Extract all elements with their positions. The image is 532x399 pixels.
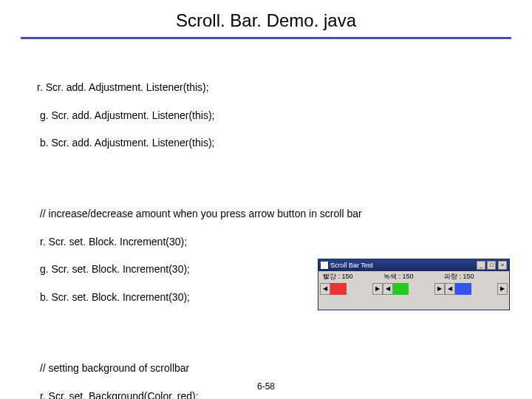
arrow-right-icon[interactable]: ▶ — [497, 283, 508, 295]
slide-title: Scroll. Bar. Demo. java — [0, 0, 532, 37]
code-line: b. Scr. add. Adjustment. Listener(this); — [37, 136, 523, 150]
app-window: Scroll Bar Test _ □ × 빨강 : 150 녹색 : 150 … — [318, 259, 510, 310]
scrollbar-red[interactable]: ◀ ▶ — [320, 283, 383, 295]
code-block: r. Scr. add. Adjustment. Listener(this);… — [0, 47, 532, 399]
java-icon — [321, 262, 328, 269]
label-blue: 파랑 : 150 — [444, 272, 505, 282]
maximize-button[interactable]: □ — [487, 261, 496, 270]
close-button[interactable]: × — [498, 261, 507, 270]
code-line: r. Scr. add. Adjustment. Listener(this); — [37, 81, 523, 95]
scrollbar-blue[interactable]: ◀ ▶ — [445, 283, 508, 295]
window-titlebar: Scroll Bar Test _ □ × — [318, 259, 509, 271]
arrow-right-icon[interactable]: ▶ — [372, 283, 383, 295]
code-line: r. Scr. set. Block. Increment(30); — [37, 235, 523, 249]
code-comment: // increase/decrease amount when you pre… — [37, 207, 523, 221]
arrow-left-icon[interactable]: ◀ — [445, 283, 455, 295]
label-red: 빨강 : 150 — [323, 272, 383, 282]
code-line: g. Scr. add. Adjustment. Listener(this); — [37, 109, 523, 123]
color-labels: 빨강 : 150 녹색 : 150 파랑 : 150 — [318, 271, 509, 282]
scrollbar-green[interactable]: ◀ ▶ — [383, 283, 446, 295]
minimize-button[interactable]: _ — [477, 261, 485, 270]
page-number: 6-58 — [0, 381, 532, 392]
arrow-left-icon[interactable]: ◀ — [320, 283, 330, 295]
window-title: Scroll Bar Test — [330, 262, 373, 269]
label-green: 녹색 : 150 — [383, 272, 444, 282]
arrow-right-icon[interactable]: ▶ — [434, 283, 445, 295]
arrow-left-icon[interactable]: ◀ — [383, 283, 393, 295]
title-divider — [21, 37, 511, 39]
code-comment: // setting background of scrollbar — [37, 361, 523, 375]
